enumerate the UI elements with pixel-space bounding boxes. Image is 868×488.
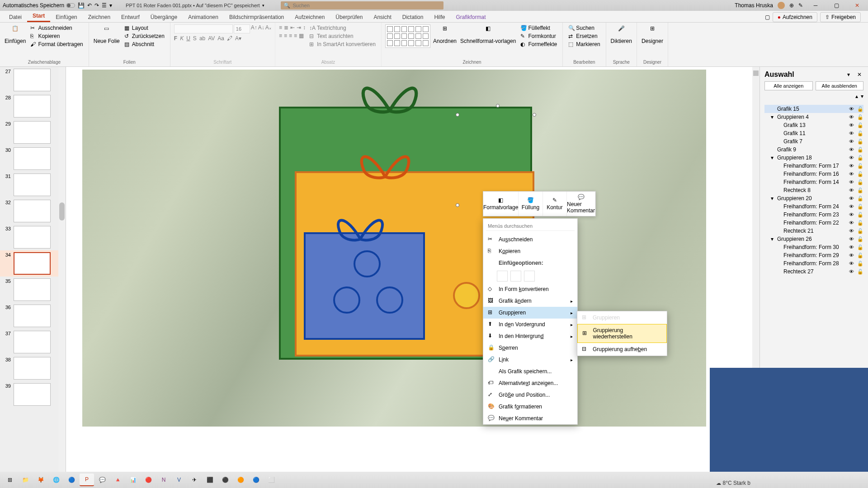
close-pane-icon[interactable]: ✕ xyxy=(857,71,863,78)
app-icon[interactable]: 🟠 xyxy=(233,474,248,486)
tab-bildschirm[interactable]: Bildschirmpräsentation xyxy=(224,12,289,22)
selection-item[interactable]: Freihandform: Form 22👁🔓 xyxy=(764,219,863,227)
paste-opt-1[interactable] xyxy=(497,271,508,282)
visibility-icon[interactable]: 👁 xyxy=(849,188,855,193)
ctx-bring-front[interactable]: ⬆In den Vordergrund▸ xyxy=(483,319,577,330)
caret-icon[interactable]: ▾ xyxy=(771,236,775,242)
app-icon[interactable]: 💬 xyxy=(95,474,109,486)
ctx-change-graphic[interactable]: 🖼Grafik ändern▸ xyxy=(483,295,577,307)
thumbnail-scrollbar[interactable] xyxy=(58,67,66,472)
ctx-save-graphic[interactable]: Als Grafik speichern... xyxy=(483,366,577,377)
autosave-toggle[interactable]: Automatisches Speichern xyxy=(3,2,75,9)
visibility-icon[interactable]: 👁 xyxy=(849,131,855,136)
move-down-icon[interactable]: ▾ xyxy=(861,93,863,99)
effects-button[interactable]: ◐Formeffekte xyxy=(519,41,559,48)
selection-item[interactable]: Freihandform: Form 24👁🔓 xyxy=(764,202,863,211)
bold-icon[interactable]: F xyxy=(174,35,177,42)
more-qat-icon[interactable]: ▾ xyxy=(109,2,112,9)
slide-canvas[interactable]: ◧Formatvorlage 🪣Füllung ✎Kontur 💬Neuer K… xyxy=(66,67,760,472)
vlc-icon[interactable]: 🔺 xyxy=(110,474,125,486)
lock-icon[interactable]: 🔓 xyxy=(857,114,863,120)
selection-item[interactable]: Grafik 9👁🔓 xyxy=(764,145,863,154)
visibility-icon[interactable]: 👁 xyxy=(849,122,855,128)
visibility-icon[interactable]: 👁 xyxy=(849,139,855,144)
selection-item[interactable]: Freihandform: Form 29👁🔓 xyxy=(764,251,863,259)
firefox-icon[interactable]: 🦊 xyxy=(33,474,48,486)
visibility-icon[interactable]: 👁 xyxy=(849,261,855,266)
dictate-button[interactable]: 🎤Diktieren xyxy=(610,24,633,45)
lock-icon[interactable]: 🔓 xyxy=(857,131,863,136)
visibility-icon[interactable]: 👁 xyxy=(849,269,855,274)
selection-item[interactable]: Freihandform: Form 17👁🔓 xyxy=(764,162,863,170)
selection-item[interactable]: Freihandform: Form 16👁🔓 xyxy=(764,170,863,178)
mini-comment-button[interactable]: 💬Neuer Kommentar xyxy=(567,192,595,216)
tab-zeichnen[interactable]: Zeichnen xyxy=(83,12,116,22)
powerpoint-icon[interactable]: P xyxy=(80,474,94,486)
ctx-cut[interactable]: ✂Ausschneiden xyxy=(483,234,577,245)
ctx-convert-shape[interactable]: ◇In Form konvertieren xyxy=(483,283,577,295)
increase-font-icon[interactable]: A↑ xyxy=(251,24,257,33)
spacing-icon[interactable]: AV xyxy=(208,35,215,42)
minimize-button[interactable]: ─ xyxy=(807,0,824,11)
selection-item[interactable]: Grafik 13👁🔓 xyxy=(764,121,863,129)
search-box[interactable]: 🔍 xyxy=(281,1,443,9)
paste-button[interactable]: 📋 Einfügen xyxy=(4,24,27,45)
save-icon[interactable]: 💾 xyxy=(78,2,85,9)
tab-entwurf[interactable]: Entwurf xyxy=(116,12,145,22)
tab-start[interactable]: Start xyxy=(27,11,50,22)
lock-icon[interactable]: 🔓 xyxy=(857,244,863,250)
find-button[interactable]: 🔍Suchen xyxy=(566,24,602,32)
new-slide-button[interactable]: ▭ Neue Folie xyxy=(93,24,121,45)
lock-icon[interactable]: 🔓 xyxy=(857,269,863,275)
sub-regroup[interactable]: ⊞Gruppierung wiederherstellen xyxy=(577,324,667,343)
lock-icon[interactable]: 🔓 xyxy=(857,253,863,258)
ctx-lock[interactable]: 🔒Sperren xyxy=(483,342,577,354)
select-button[interactable]: ⬚Markieren xyxy=(566,41,602,48)
decrease-font-icon[interactable]: A↓ xyxy=(258,24,264,33)
visibility-icon[interactable]: 👁 xyxy=(849,220,855,225)
justify-icon[interactable]: ≡ xyxy=(294,33,297,39)
explorer-icon[interactable]: 📁 xyxy=(18,474,33,486)
lock-icon[interactable]: 🔓 xyxy=(857,106,863,112)
visibility-icon[interactable]: 👁 xyxy=(849,228,855,234)
smiley-orange[interactable] xyxy=(453,282,480,309)
visibility-icon[interactable]: 👁 xyxy=(849,155,855,160)
font-size-combo[interactable]: 16 xyxy=(234,24,250,33)
ctx-format-graphic[interactable]: 🎨Grafik formatieren xyxy=(483,401,577,413)
slide-thumbnail-37[interactable]: 37 xyxy=(0,329,66,355)
app-icon[interactable]: 📊 xyxy=(126,474,140,486)
indent-inc-icon[interactable]: ⇥ xyxy=(297,24,301,31)
ctx-new-comment[interactable]: 💬Neuer Kommentar xyxy=(483,413,577,424)
strike-icon[interactable]: S xyxy=(193,35,197,42)
slide-thumbnail-31[interactable]: 31 xyxy=(0,172,66,198)
selection-item[interactable]: ▾Gruppieren 4👁🔓 xyxy=(764,113,863,121)
mini-fill-button[interactable]: 🪣Füllung xyxy=(519,192,542,216)
cloud-icon[interactable]: ⊕ xyxy=(789,2,794,9)
lock-icon[interactable]: 🔓 xyxy=(857,236,863,242)
visibility-icon[interactable]: 👁 xyxy=(849,236,855,242)
caret-icon[interactable]: ▾ xyxy=(771,155,775,161)
tab-hilfe[interactable]: Hilfe xyxy=(429,12,450,22)
slide-thumbnail-27[interactable]: 27 xyxy=(0,67,66,93)
lock-icon[interactable]: 🔓 xyxy=(857,212,863,218)
font-family-combo[interactable] xyxy=(174,24,233,33)
format-painter-button[interactable]: 🖌Format übertragen xyxy=(28,41,85,48)
move-up-icon[interactable]: ▴ xyxy=(855,93,858,99)
lock-icon[interactable]: 🔓 xyxy=(857,196,863,202)
ctx-send-back[interactable]: ⬇In den Hintergrund▸ xyxy=(483,330,577,342)
selection-item[interactable]: Freihandform: Form 23👁🔓 xyxy=(764,211,863,219)
slide-thumbnail-28[interactable]: 28 xyxy=(0,93,66,119)
lock-icon[interactable]: 🔓 xyxy=(857,155,863,161)
columns-icon[interactable]: ▦ xyxy=(299,33,304,39)
search-input[interactable] xyxy=(292,3,441,8)
ctx-alt-text[interactable]: 🏷Alternativtext anzeigen... xyxy=(483,377,577,389)
mini-outline-button[interactable]: ✎Kontur xyxy=(543,192,567,216)
start-button[interactable]: ⊞ xyxy=(3,474,17,486)
visibility-icon[interactable]: 👁 xyxy=(849,147,855,152)
text-align-button[interactable]: ⊟Text ausrichten xyxy=(307,33,377,40)
title-dropdown-icon[interactable]: ▾ xyxy=(262,3,264,8)
tab-ansicht[interactable]: Ansicht xyxy=(368,12,396,22)
shadow-icon[interactable]: ab xyxy=(199,35,205,42)
shapes-gallery[interactable] xyxy=(385,24,430,48)
slide-thumbnail-33[interactable]: 33 xyxy=(0,224,66,250)
